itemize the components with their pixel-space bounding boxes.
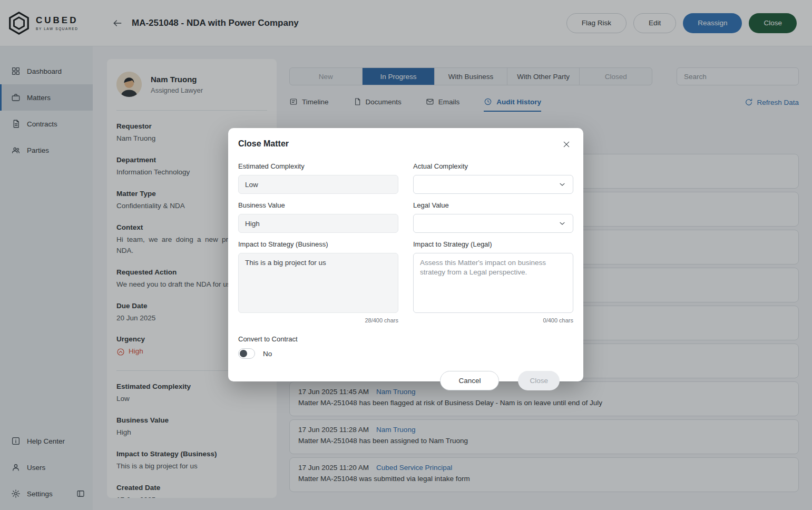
convert-toggle[interactable] — [238, 348, 255, 359]
business-value-input — [238, 214, 398, 233]
actual-complexity-select[interactable] — [413, 175, 573, 194]
impact-business-counter: 28/400 chars — [238, 317, 398, 323]
chevron-down-icon — [558, 219, 566, 228]
chevron-down-icon — [558, 180, 566, 189]
modal-field-impact-business: Impact to Strategy (Business) This is a … — [238, 240, 398, 323]
close-matter-modal: Close Matter Estimated Complexity Actual… — [228, 128, 583, 381]
impact-legal-counter: 0/400 chars — [413, 317, 573, 323]
toggle-knob — [240, 350, 247, 357]
modal-field-business-value: Business Value — [238, 201, 398, 233]
modal-title: Close Matter — [238, 138, 289, 149]
modal-field-impact-legal: Impact to Strategy (Legal) 0/400 chars — [413, 240, 573, 323]
modal-field-legal-value: Legal Value — [413, 201, 573, 233]
close-x-icon — [562, 140, 571, 149]
modal-close-submit-button: Close — [518, 371, 560, 390]
modal-close-button[interactable] — [560, 138, 573, 151]
impact-business-textarea: This is a big project for us — [238, 253, 398, 313]
convert-toggle-state: No — [263, 350, 272, 358]
convert-to-contract-block: Convert to Contract No — [238, 335, 573, 359]
modal-field-actual-complexity: Actual Complexity — [413, 162, 573, 194]
modal-field-estimated-complexity: Estimated Complexity — [238, 162, 398, 194]
estimated-complexity-input — [238, 175, 398, 194]
cancel-button[interactable]: Cancel — [440, 371, 499, 390]
impact-legal-textarea[interactable] — [413, 253, 573, 313]
legal-value-select[interactable] — [413, 214, 573, 233]
